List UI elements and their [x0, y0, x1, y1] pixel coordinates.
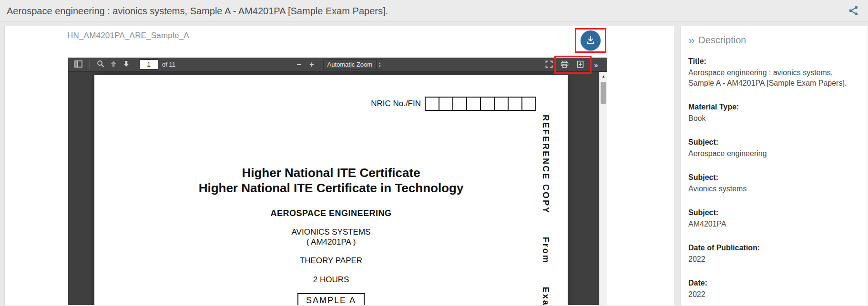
- description-fields: Title: Aerospace engineering : avionics …: [688, 57, 860, 300]
- field-label: Date:: [688, 279, 860, 287]
- description-field: Date: 2022: [688, 279, 860, 300]
- scrollbar[interactable]: ▲: [599, 72, 607, 305]
- duration: 2 HOURS: [94, 275, 568, 285]
- page-title: Aerospace engineering : avionics systems…: [7, 0, 388, 22]
- description-panel: » Description Title: Aerospace engineeri…: [680, 26, 868, 306]
- toolbar-right-group: »: [542, 58, 602, 72]
- description-field: Material Type: Book: [688, 103, 860, 124]
- nric-label: NRIC No./FIN: [371, 99, 421, 109]
- subject-heading: AEROSPACE ENGINEERING: [94, 208, 568, 218]
- zoom-out-button[interactable]: −: [293, 59, 306, 70]
- viewer-card: HN_AM4201PA_ARE_Sample_A: [4, 26, 675, 306]
- scroll-up-button[interactable]: ▲: [600, 72, 607, 80]
- print-icon: [561, 60, 569, 69]
- scrollbar-thumb[interactable]: [601, 82, 606, 104]
- field-label: Date of Publication:: [688, 244, 860, 252]
- nric-box: [466, 97, 481, 111]
- toolbar-divider: [89, 60, 90, 69]
- certificate-heading-line2: Higher National ITE Certificate in Techn…: [94, 180, 568, 196]
- share-button[interactable]: [847, 5, 859, 18]
- page-count-label: of 11: [162, 61, 175, 68]
- search-icon: [97, 60, 104, 69]
- paper-type: THEORY PAPER: [94, 256, 568, 266]
- certificate-heading-line1: Higher National ITE Certificate: [94, 165, 568, 180]
- select-arrows-icon: ▴▾: [376, 60, 383, 69]
- field-value: Avionics systems: [688, 184, 858, 194]
- field-label: Subject:: [688, 208, 860, 217]
- print-button[interactable]: [558, 59, 571, 70]
- field-value: Book: [688, 113, 858, 124]
- nric-box: [494, 97, 509, 111]
- description-field: Title: Aerospace engineering : avionics …: [688, 57, 860, 89]
- arrow-down-icon: [123, 60, 130, 69]
- course-code: ( AM4201PA ): [94, 237, 568, 247]
- download-button[interactable]: [581, 30, 601, 50]
- pdf-viewer: of 11 − + Automatic Zoom ▴▾: [68, 58, 607, 305]
- pdf-toolbar: of 11 − + Automatic Zoom ▴▾: [68, 58, 607, 72]
- description-title: Description: [698, 35, 746, 46]
- toolbar-more-button[interactable]: »: [590, 59, 602, 70]
- zoom-select-value: Automatic Zoom: [327, 61, 373, 68]
- course-name: AVIONICS SYSTEMS: [94, 227, 568, 237]
- field-label: Material Type:: [688, 103, 860, 111]
- presentation-mode-button[interactable]: [542, 59, 555, 70]
- field-value: Aerospace engineering : avionics systems…: [688, 68, 858, 89]
- description-field: Subject: Avionics systems: [688, 173, 860, 194]
- scroll-up-icon: ▲: [602, 74, 605, 79]
- pdf-body: NRIC No./FIN REFERENCE COPY From Examina…: [68, 72, 607, 305]
- document-filename: HN_AM4201PA_ARE_Sample_A: [67, 31, 189, 40]
- field-label: Title:: [688, 57, 860, 66]
- sample-label: SAMPLE A: [297, 293, 365, 305]
- download-icon: [586, 35, 595, 46]
- description-field: Date of Publication: 2022: [688, 244, 860, 265]
- highlight-box-download: [575, 28, 606, 53]
- nric-box: [452, 97, 467, 111]
- previous-page-button[interactable]: [107, 59, 120, 70]
- sidebar-toggle-button[interactable]: [72, 59, 85, 70]
- description-field: Subject: Aerospace engineering: [688, 138, 860, 159]
- description-field: Subject: AM4201PA: [688, 208, 860, 229]
- download-file-button[interactable]: [574, 59, 587, 70]
- field-value: 2022: [688, 289, 858, 300]
- nric-row: NRIC No./FIN: [371, 97, 536, 111]
- description-header: » Description: [688, 35, 860, 46]
- field-value: AM4201PA: [688, 219, 858, 229]
- page-number-input[interactable]: [139, 59, 158, 69]
- download-page-icon: [577, 60, 584, 69]
- field-value: 2022: [688, 254, 858, 265]
- field-label: Subject:: [688, 173, 860, 182]
- certificate-heading: Higher National ITE Certificate Higher N…: [94, 165, 568, 196]
- field-value: Aerospace engineering: [688, 148, 858, 159]
- nric-box: [521, 97, 536, 111]
- arrow-up-icon: [110, 60, 117, 69]
- sidebar-toggle-icon: [74, 60, 82, 69]
- header-bar: Aerospace engineering : avionics systems…: [0, 0, 868, 22]
- nric-box: [480, 97, 495, 111]
- nric-box: [508, 97, 522, 111]
- next-page-button[interactable]: [120, 59, 133, 70]
- nric-box: [425, 97, 439, 111]
- zoom-in-button[interactable]: +: [306, 59, 318, 70]
- zoom-select[interactable]: Automatic Zoom ▴▾: [323, 59, 383, 70]
- zoom-controls: − + Automatic Zoom ▴▾: [293, 58, 383, 72]
- share-icon: [848, 5, 859, 18]
- field-label: Subject:: [688, 138, 860, 147]
- fullscreen-icon: [545, 60, 553, 69]
- pdf-page: NRIC No./FIN REFERENCE COPY From Examina…: [94, 75, 568, 305]
- collapse-panel-button[interactable]: »: [688, 36, 694, 45]
- search-button[interactable]: [94, 59, 107, 70]
- sample-label-row: SAMPLE A: [94, 293, 568, 305]
- nric-box: [439, 97, 453, 111]
